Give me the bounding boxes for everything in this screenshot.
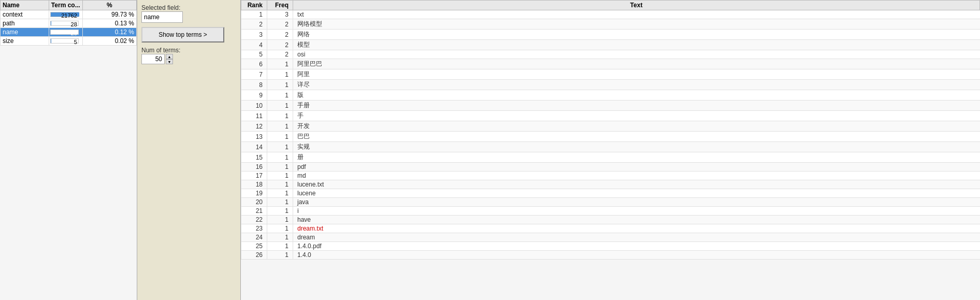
table-row: 241dream bbox=[241, 233, 980, 242]
result-rank: 26 bbox=[241, 251, 267, 260]
result-freq: 1 bbox=[267, 80, 293, 90]
result-freq: 1 bbox=[267, 163, 293, 172]
result-text: lucene bbox=[293, 189, 980, 198]
result-rank: 7 bbox=[241, 69, 267, 80]
result-rank: 14 bbox=[241, 142, 267, 152]
results-scroll[interactable]: Rank Freq Text 13txt22网络模型32网络42模型52osi6… bbox=[241, 0, 980, 300]
result-rank: 20 bbox=[241, 198, 267, 207]
result-text: md bbox=[293, 172, 980, 180]
result-rank: 15 bbox=[241, 152, 267, 163]
result-rank: 24 bbox=[241, 233, 267, 242]
result-freq: 1 bbox=[267, 111, 293, 121]
result-freq: 1 bbox=[267, 132, 293, 142]
table-row: 2511.4.0.pdf bbox=[241, 242, 980, 251]
fields-rows: context2176299.73 %path280.13 %name280.1… bbox=[1, 10, 137, 46]
result-text: 开发 bbox=[293, 121, 980, 132]
result-text: 版 bbox=[293, 90, 980, 101]
result-text: 网络模型 bbox=[293, 19, 980, 30]
result-rank: 2 bbox=[241, 19, 267, 30]
table-row[interactable]: context2176299.73 % bbox=[1, 10, 137, 19]
result-rank: 13 bbox=[241, 132, 267, 142]
result-text: 实规 bbox=[293, 142, 980, 152]
result-text: 详尽 bbox=[293, 80, 980, 90]
result-text: java bbox=[293, 198, 980, 207]
result-rank: 16 bbox=[241, 163, 267, 172]
table-row: 81详尽 bbox=[241, 80, 980, 90]
results-panel: Rank Freq Text 13txt22网络模型32网络42模型52osi6… bbox=[241, 0, 980, 300]
table-row: 32网络 bbox=[241, 30, 980, 40]
result-text: i bbox=[293, 207, 980, 216]
result-text: 阿里 bbox=[293, 69, 980, 80]
table-row: 42模型 bbox=[241, 40, 980, 50]
result-rank: 23 bbox=[241, 224, 267, 233]
field-term-count: 28 bbox=[49, 28, 82, 37]
result-freq: 1 bbox=[267, 251, 293, 260]
result-freq: 1 bbox=[267, 224, 293, 233]
result-freq: 2 bbox=[267, 50, 293, 59]
result-freq: 2 bbox=[267, 40, 293, 50]
result-text: 1.4.0.pdf bbox=[293, 242, 980, 251]
result-rank: 22 bbox=[241, 216, 267, 224]
table-row: 13txt bbox=[241, 10, 980, 19]
results-col-text: Text bbox=[293, 1, 980, 10]
result-rank: 18 bbox=[241, 180, 267, 189]
selected-field-input[interactable] bbox=[141, 11, 183, 23]
result-text: 模型 bbox=[293, 40, 980, 50]
table-row: 211i bbox=[241, 207, 980, 216]
result-text: have bbox=[293, 216, 980, 224]
table-row: 171md bbox=[241, 172, 980, 180]
result-freq: 2 bbox=[267, 30, 293, 40]
result-rank: 10 bbox=[241, 101, 267, 111]
results-col-freq: Freq bbox=[267, 1, 293, 10]
table-row: 231dream.txt bbox=[241, 224, 980, 233]
table-row[interactable]: name280.12 % bbox=[1, 28, 137, 37]
field-term-count: 5 bbox=[49, 37, 82, 46]
spinner-down-button[interactable]: ▼ bbox=[166, 59, 173, 64]
table-row: 121开发 bbox=[241, 121, 980, 132]
result-freq: 1 bbox=[267, 101, 293, 111]
show-top-terms-button[interactable]: Show top terms > bbox=[141, 27, 224, 42]
result-rank: 1 bbox=[241, 10, 267, 19]
result-text: osi bbox=[293, 50, 980, 59]
result-freq: 1 bbox=[267, 189, 293, 198]
spinner-up-button[interactable]: ▲ bbox=[166, 54, 173, 59]
num-terms-input[interactable] bbox=[141, 54, 165, 64]
results-rows: 13txt22网络模型32网络42模型52osi61阿里巴巴71阿里81详尽91… bbox=[241, 10, 980, 260]
table-row: 161pdf bbox=[241, 163, 980, 172]
table-row: 221have bbox=[241, 216, 980, 224]
results-table: Rank Freq Text 13txt22网络模型32网络42模型52osi6… bbox=[241, 0, 980, 260]
result-rank: 12 bbox=[241, 121, 267, 132]
table-row: 71阿里 bbox=[241, 69, 980, 80]
table-row: 101手册 bbox=[241, 101, 980, 111]
result-text: lucene.txt bbox=[293, 180, 980, 189]
fields-col-termcount: Term co... bbox=[49, 1, 82, 10]
num-terms-spinner: ▲ ▼ bbox=[166, 54, 173, 64]
result-freq: 1 bbox=[267, 216, 293, 224]
table-row: 22网络模型 bbox=[241, 19, 980, 30]
result-rank: 8 bbox=[241, 80, 267, 90]
result-freq: 1 bbox=[267, 207, 293, 216]
field-name: size bbox=[1, 37, 49, 46]
table-row: 61阿里巴巴 bbox=[241, 59, 980, 69]
field-name: context bbox=[1, 10, 49, 19]
result-freq: 1 bbox=[267, 69, 293, 80]
field-pct: 0.13 % bbox=[82, 19, 136, 28]
table-row: 191lucene bbox=[241, 189, 980, 198]
result-text: 巴巴 bbox=[293, 132, 980, 142]
result-text: dream.txt bbox=[293, 224, 980, 233]
table-row: 151册 bbox=[241, 152, 980, 163]
fields-table: Name Term co... % context2176299.73 %pat… bbox=[0, 0, 137, 46]
table-row[interactable]: path280.13 % bbox=[1, 19, 137, 28]
results-col-rank: Rank bbox=[241, 1, 267, 10]
result-text: 手 bbox=[293, 111, 980, 121]
table-row[interactable]: size50.02 % bbox=[1, 37, 137, 46]
result-rank: 21 bbox=[241, 207, 267, 216]
result-freq: 1 bbox=[267, 233, 293, 242]
table-row: 2611.4.0 bbox=[241, 251, 980, 260]
result-rank: 4 bbox=[241, 40, 267, 50]
result-freq: 1 bbox=[267, 121, 293, 132]
result-text: 1.4.0 bbox=[293, 251, 980, 260]
result-freq: 3 bbox=[267, 10, 293, 19]
table-row: 201java bbox=[241, 198, 980, 207]
result-text: pdf bbox=[293, 163, 980, 172]
